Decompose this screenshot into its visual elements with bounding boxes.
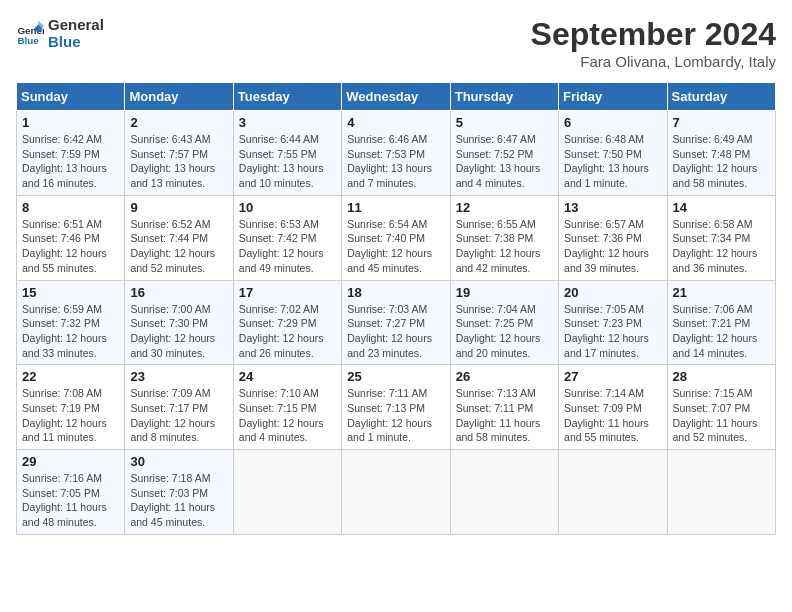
table-cell xyxy=(450,450,558,535)
day-number: 25 xyxy=(347,369,444,384)
table-cell: 29Sunrise: 7:16 AMSunset: 7:05 PMDayligh… xyxy=(17,450,125,535)
table-cell xyxy=(342,450,450,535)
day-number: 11 xyxy=(347,200,444,215)
day-detail: Sunrise: 7:13 AMSunset: 7:11 PMDaylight:… xyxy=(456,386,553,445)
day-number: 26 xyxy=(456,369,553,384)
day-number: 21 xyxy=(673,285,770,300)
table-cell xyxy=(233,450,341,535)
table-cell: 9Sunrise: 6:52 AMSunset: 7:44 PMDaylight… xyxy=(125,195,233,280)
table-cell: 19Sunrise: 7:04 AMSunset: 7:25 PMDayligh… xyxy=(450,280,558,365)
table-cell: 27Sunrise: 7:14 AMSunset: 7:09 PMDayligh… xyxy=(559,365,667,450)
day-number: 15 xyxy=(22,285,119,300)
day-number: 27 xyxy=(564,369,661,384)
calendar-title: September 2024 xyxy=(531,16,776,53)
day-number: 4 xyxy=(347,115,444,130)
day-detail: Sunrise: 7:11 AMSunset: 7:13 PMDaylight:… xyxy=(347,386,444,445)
day-detail: Sunrise: 7:14 AMSunset: 7:09 PMDaylight:… xyxy=(564,386,661,445)
day-detail: Sunrise: 6:44 AMSunset: 7:55 PMDaylight:… xyxy=(239,132,336,191)
table-cell: 6Sunrise: 6:48 AMSunset: 7:50 PMDaylight… xyxy=(559,111,667,196)
day-detail: Sunrise: 6:58 AMSunset: 7:34 PMDaylight:… xyxy=(673,217,770,276)
day-detail: Sunrise: 7:09 AMSunset: 7:17 PMDaylight:… xyxy=(130,386,227,445)
day-detail: Sunrise: 6:43 AMSunset: 7:57 PMDaylight:… xyxy=(130,132,227,191)
table-cell: 15Sunrise: 6:59 AMSunset: 7:32 PMDayligh… xyxy=(17,280,125,365)
table-cell: 7Sunrise: 6:49 AMSunset: 7:48 PMDaylight… xyxy=(667,111,775,196)
logo-icon: General Blue xyxy=(16,19,44,47)
title-block: September 2024 Fara Olivana, Lombardy, I… xyxy=(531,16,776,70)
col-thursday: Thursday xyxy=(450,83,558,111)
table-cell xyxy=(559,450,667,535)
table-cell: 4Sunrise: 6:46 AMSunset: 7:53 PMDaylight… xyxy=(342,111,450,196)
table-cell: 23Sunrise: 7:09 AMSunset: 7:17 PMDayligh… xyxy=(125,365,233,450)
day-detail: Sunrise: 6:53 AMSunset: 7:42 PMDaylight:… xyxy=(239,217,336,276)
calendar-row: 8Sunrise: 6:51 AMSunset: 7:46 PMDaylight… xyxy=(17,195,776,280)
day-detail: Sunrise: 7:16 AMSunset: 7:05 PMDaylight:… xyxy=(22,471,119,530)
day-number: 22 xyxy=(22,369,119,384)
day-number: 9 xyxy=(130,200,227,215)
day-detail: Sunrise: 6:51 AMSunset: 7:46 PMDaylight:… xyxy=(22,217,119,276)
table-cell: 30Sunrise: 7:18 AMSunset: 7:03 PMDayligh… xyxy=(125,450,233,535)
day-detail: Sunrise: 6:49 AMSunset: 7:48 PMDaylight:… xyxy=(673,132,770,191)
day-number: 3 xyxy=(239,115,336,130)
day-number: 6 xyxy=(564,115,661,130)
day-number: 1 xyxy=(22,115,119,130)
day-detail: Sunrise: 6:48 AMSunset: 7:50 PMDaylight:… xyxy=(564,132,661,191)
table-cell: 25Sunrise: 7:11 AMSunset: 7:13 PMDayligh… xyxy=(342,365,450,450)
table-cell: 5Sunrise: 6:47 AMSunset: 7:52 PMDaylight… xyxy=(450,111,558,196)
day-number: 18 xyxy=(347,285,444,300)
col-saturday: Saturday xyxy=(667,83,775,111)
table-cell: 26Sunrise: 7:13 AMSunset: 7:11 PMDayligh… xyxy=(450,365,558,450)
day-number: 2 xyxy=(130,115,227,130)
day-number: 14 xyxy=(673,200,770,215)
page-header: General Blue General Blue September 2024… xyxy=(16,16,776,70)
col-friday: Friday xyxy=(559,83,667,111)
day-detail: Sunrise: 7:05 AMSunset: 7:23 PMDaylight:… xyxy=(564,302,661,361)
table-cell: 3Sunrise: 6:44 AMSunset: 7:55 PMDaylight… xyxy=(233,111,341,196)
day-detail: Sunrise: 7:00 AMSunset: 7:30 PMDaylight:… xyxy=(130,302,227,361)
day-number: 10 xyxy=(239,200,336,215)
col-tuesday: Tuesday xyxy=(233,83,341,111)
table-cell: 17Sunrise: 7:02 AMSunset: 7:29 PMDayligh… xyxy=(233,280,341,365)
day-number: 23 xyxy=(130,369,227,384)
table-cell: 14Sunrise: 6:58 AMSunset: 7:34 PMDayligh… xyxy=(667,195,775,280)
table-cell: 13Sunrise: 6:57 AMSunset: 7:36 PMDayligh… xyxy=(559,195,667,280)
calendar-table: Sunday Monday Tuesday Wednesday Thursday… xyxy=(16,82,776,535)
day-detail: Sunrise: 6:59 AMSunset: 7:32 PMDaylight:… xyxy=(22,302,119,361)
day-number: 12 xyxy=(456,200,553,215)
day-number: 13 xyxy=(564,200,661,215)
logo: General Blue General Blue xyxy=(16,16,104,50)
calendar-row: 1Sunrise: 6:42 AMSunset: 7:59 PMDaylight… xyxy=(17,111,776,196)
day-number: 8 xyxy=(22,200,119,215)
table-cell xyxy=(667,450,775,535)
logo-general: General xyxy=(48,16,104,33)
calendar-row: 15Sunrise: 6:59 AMSunset: 7:32 PMDayligh… xyxy=(17,280,776,365)
day-detail: Sunrise: 7:04 AMSunset: 7:25 PMDaylight:… xyxy=(456,302,553,361)
day-detail: Sunrise: 7:06 AMSunset: 7:21 PMDaylight:… xyxy=(673,302,770,361)
day-detail: Sunrise: 7:18 AMSunset: 7:03 PMDaylight:… xyxy=(130,471,227,530)
table-cell: 22Sunrise: 7:08 AMSunset: 7:19 PMDayligh… xyxy=(17,365,125,450)
day-detail: Sunrise: 6:46 AMSunset: 7:53 PMDaylight:… xyxy=(347,132,444,191)
table-cell: 10Sunrise: 6:53 AMSunset: 7:42 PMDayligh… xyxy=(233,195,341,280)
day-number: 20 xyxy=(564,285,661,300)
logo-blue: Blue xyxy=(48,33,104,50)
col-wednesday: Wednesday xyxy=(342,83,450,111)
day-detail: Sunrise: 7:02 AMSunset: 7:29 PMDaylight:… xyxy=(239,302,336,361)
day-detail: Sunrise: 6:42 AMSunset: 7:59 PMDaylight:… xyxy=(22,132,119,191)
table-cell: 1Sunrise: 6:42 AMSunset: 7:59 PMDaylight… xyxy=(17,111,125,196)
table-cell: 24Sunrise: 7:10 AMSunset: 7:15 PMDayligh… xyxy=(233,365,341,450)
table-cell: 20Sunrise: 7:05 AMSunset: 7:23 PMDayligh… xyxy=(559,280,667,365)
table-cell: 2Sunrise: 6:43 AMSunset: 7:57 PMDaylight… xyxy=(125,111,233,196)
day-number: 16 xyxy=(130,285,227,300)
day-detail: Sunrise: 7:15 AMSunset: 7:07 PMDaylight:… xyxy=(673,386,770,445)
day-detail: Sunrise: 6:54 AMSunset: 7:40 PMDaylight:… xyxy=(347,217,444,276)
calendar-row: 22Sunrise: 7:08 AMSunset: 7:19 PMDayligh… xyxy=(17,365,776,450)
day-detail: Sunrise: 6:57 AMSunset: 7:36 PMDaylight:… xyxy=(564,217,661,276)
day-detail: Sunrise: 6:55 AMSunset: 7:38 PMDaylight:… xyxy=(456,217,553,276)
table-cell: 21Sunrise: 7:06 AMSunset: 7:21 PMDayligh… xyxy=(667,280,775,365)
table-cell: 16Sunrise: 7:00 AMSunset: 7:30 PMDayligh… xyxy=(125,280,233,365)
day-detail: Sunrise: 7:08 AMSunset: 7:19 PMDaylight:… xyxy=(22,386,119,445)
day-number: 29 xyxy=(22,454,119,469)
day-number: 19 xyxy=(456,285,553,300)
table-cell: 12Sunrise: 6:55 AMSunset: 7:38 PMDayligh… xyxy=(450,195,558,280)
day-number: 5 xyxy=(456,115,553,130)
table-cell: 11Sunrise: 6:54 AMSunset: 7:40 PMDayligh… xyxy=(342,195,450,280)
